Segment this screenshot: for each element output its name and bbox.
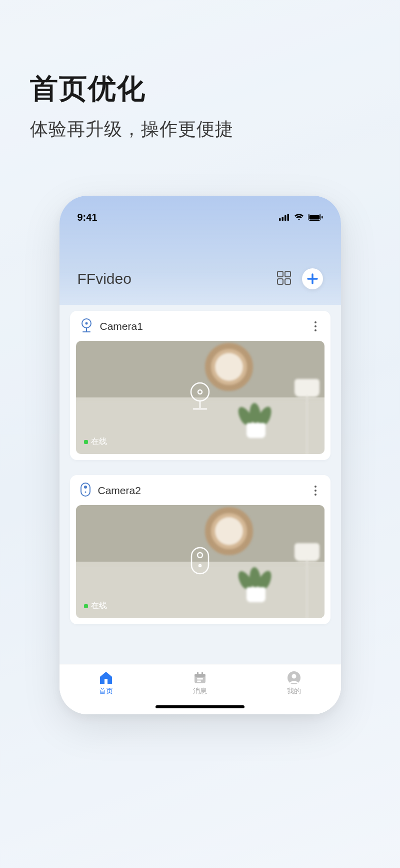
svg-rect-30 [197,678,203,680]
tab-label: 消息 [193,687,207,696]
camera-type-icon [80,318,93,335]
svg-point-12 [85,322,88,325]
svg-rect-22 [192,548,208,574]
promo-subtitle: 体验再升级，操作更便捷 [30,117,370,142]
camera-name: Camera1 [100,320,310,332]
svg-rect-7 [278,271,283,277]
phone-mockup: 9:41 FFvideo [0,196,400,714]
camera-card-header: Camera1 [70,311,330,341]
tab-mine[interactable]: 我的 [247,665,341,714]
promo-header: 首页优化 体验再升级，操作更便捷 [0,0,400,162]
status-dot-icon [84,604,88,608]
camera-card-header: Camera2 [70,475,330,505]
tab-label: 我的 [287,687,301,696]
svg-point-24 [199,565,201,567]
status-text: 在线 [91,601,107,611]
svg-rect-29 [202,672,203,675]
svg-rect-25 [104,679,108,684]
status-dot-icon [84,440,88,444]
tab-home[interactable]: 首页 [60,665,154,714]
status-icons [279,214,323,221]
online-status: 在线 [84,601,107,611]
svg-point-16 [198,390,202,394]
status-text: 在线 [91,437,107,447]
svg-rect-0 [279,218,281,221]
camera-type-icon [80,482,91,499]
add-device-button[interactable] [302,268,323,289]
grid-icon [277,271,291,285]
svg-point-21 [84,492,86,493]
svg-point-33 [292,674,296,679]
camera-preview[interactable]: 在线 [76,505,324,618]
calendar-icon [193,671,207,685]
svg-point-23 [198,553,202,558]
svg-rect-19 [81,483,90,496]
svg-point-15 [191,383,209,401]
camera-card[interactable]: Camera2 在线 [70,475,330,624]
wifi-icon [294,214,304,221]
svg-rect-28 [197,672,198,675]
home-icon [98,671,114,685]
svg-point-20 [84,486,87,489]
svg-rect-27 [194,674,206,677]
svg-rect-5 [309,215,320,220]
camera-more-button[interactable] [310,321,320,331]
promo-title: 首页优化 [30,70,370,108]
svg-rect-3 [287,214,289,221]
camera-card[interactable]: Camera1 在线 [70,311,330,460]
svg-rect-9 [278,279,283,284]
camera-preview[interactable]: 在线 [76,341,324,454]
tab-label: 首页 [99,687,113,696]
svg-rect-8 [285,271,290,277]
status-time: 9:41 [78,212,98,223]
cellular-icon [279,214,290,221]
camera-overlay-icon [190,546,210,578]
status-bar: 9:41 [60,196,341,224]
home-indicator[interactable] [156,705,244,708]
plus-icon [306,273,318,285]
camera-name: Camera2 [98,485,310,497]
svg-rect-10 [285,279,290,284]
grid-view-button[interactable] [277,271,291,287]
svg-rect-1 [282,217,284,221]
svg-rect-31 [197,681,201,682]
svg-rect-2 [284,215,286,221]
app-header: FFvideo [60,268,341,289]
profile-icon [287,671,301,685]
camera-more-button[interactable] [310,486,320,496]
camera-list: Camera1 在线 [60,305,341,664]
camera-overlay-icon [188,381,212,413]
online-status: 在线 [84,437,107,447]
app-title: FFvideo [78,270,277,287]
battery-icon [308,214,323,221]
svg-rect-6 [322,216,323,219]
